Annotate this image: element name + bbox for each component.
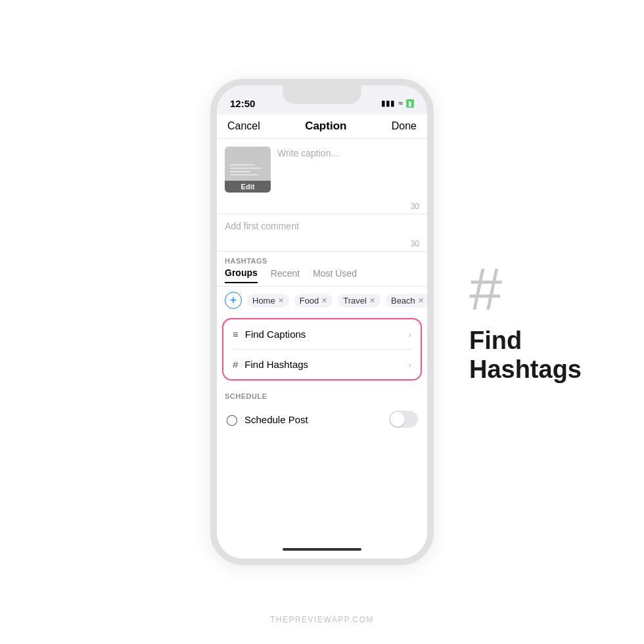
right-panel: # Find Hashtags — [469, 260, 582, 384]
schedule-item: ◯ Schedule Post — [217, 403, 427, 436]
comment-input[interactable]: Add first comment — [217, 214, 427, 238]
status-icons: ▮▮▮ ≈ ▮ — [381, 99, 414, 108]
tag-chip-remove[interactable]: ✕ — [321, 296, 327, 305]
hashtag-icon: # — [233, 359, 238, 370]
find-captions-item[interactable]: ≡ Find Captions › — [223, 319, 421, 349]
right-title: Find Hashtags — [469, 327, 582, 384]
tag-row: + Home ✕ Food ✕ Travel ✕ Beach ✕ — [217, 287, 427, 314]
spacer — [217, 436, 427, 543]
signal-icon: ▮▮▮ — [381, 99, 395, 108]
tag-chip-remove[interactable]: ✕ — [418, 296, 424, 305]
cancel-button[interactable]: Cancel — [227, 120, 260, 132]
footer-text: THEPREVIEWAPP.COM — [270, 615, 374, 624]
tag-chip-remove[interactable]: ✕ — [369, 296, 375, 305]
caption-char-count: 30 — [217, 200, 427, 214]
schedule-section-label: SCHEDULE — [217, 387, 427, 403]
tab-most-used[interactable]: Most Used — [313, 268, 357, 283]
notch — [283, 85, 361, 104]
menu-item-left: ≡ Find Captions — [233, 329, 306, 340]
nav-bar: Cancel Caption Done — [217, 114, 427, 139]
home-bar — [217, 543, 427, 559]
battery-icon: ▮ — [406, 99, 414, 108]
tag-chip-label: Beach — [391, 296, 415, 306]
highlighted-menu: ≡ Find Captions › # Find Hashtags › — [222, 318, 422, 380]
schedule-toggle[interactable] — [389, 411, 418, 428]
thumb-line — [230, 171, 251, 172]
tag-chip-label: Home — [252, 296, 275, 306]
tag-chip-home[interactable]: Home ✕ — [247, 294, 289, 308]
schedule-section: SCHEDULE ◯ Schedule Post — [217, 387, 427, 436]
image-thumbnail[interactable]: Edit — [225, 147, 271, 193]
nav-title: Caption — [305, 120, 346, 133]
add-tag-button[interactable]: + — [225, 292, 242, 309]
captions-icon: ≡ — [233, 329, 239, 340]
done-button[interactable]: Done — [392, 120, 417, 132]
tag-chip-travel[interactable]: Travel ✕ — [338, 294, 380, 308]
phone-mockup: 12:50 ▮▮▮ ≈ ▮ Cancel Caption Done — [210, 79, 434, 565]
right-title-line2: Hashtags — [469, 356, 582, 383]
tab-recent[interactable]: Recent — [271, 268, 300, 283]
screen: Cancel Caption Done Edit Write caption..… — [217, 114, 427, 559]
chevron-right-icon: › — [408, 329, 411, 340]
right-title-line1: Find — [469, 327, 522, 354]
status-time: 12:50 — [230, 98, 255, 109]
hashtags-section-label: HASHTAGS — [217, 252, 427, 267]
tag-chip-label: Travel — [343, 296, 367, 306]
tab-groups[interactable]: Groups — [225, 267, 258, 283]
wifi-icon: ≈ — [398, 99, 403, 108]
thumb-line — [230, 164, 255, 166]
tag-chip-beach[interactable]: Beach ✕ — [386, 294, 427, 308]
thumb-line — [230, 168, 262, 169]
tag-chip-food[interactable]: Food ✕ — [294, 294, 333, 308]
chevron-right-icon: › — [408, 359, 411, 370]
menu-item-left: # Find Hashtags — [233, 359, 308, 370]
page-container: 12:50 ▮▮▮ ≈ ▮ Cancel Caption Done — [0, 0, 644, 644]
find-captions-label: Find Captions — [245, 329, 306, 340]
find-hashtags-item[interactable]: # Find Hashtags › — [223, 350, 421, 379]
home-indicator — [283, 548, 361, 551]
find-hashtags-label: Find Hashtags — [244, 359, 308, 370]
toggle-knob — [390, 412, 405, 426]
caption-input[interactable]: Write caption... — [277, 147, 419, 193]
hashtag-symbol: # — [469, 260, 502, 319]
comment-char-count: 30 — [217, 238, 427, 251]
tag-chip-label: Food — [300, 296, 319, 306]
clock-icon: ◯ — [226, 413, 238, 426]
schedule-label: Schedule Post — [244, 414, 308, 425]
thumb-line — [230, 174, 258, 175]
caption-area: Edit Write caption... — [217, 139, 427, 200]
tag-chip-remove[interactable]: ✕ — [278, 296, 284, 305]
schedule-left: ◯ Schedule Post — [226, 413, 308, 426]
hashtag-tabs: Groups Recent Most Used — [217, 267, 427, 287]
edit-label[interactable]: Edit — [225, 181, 271, 193]
